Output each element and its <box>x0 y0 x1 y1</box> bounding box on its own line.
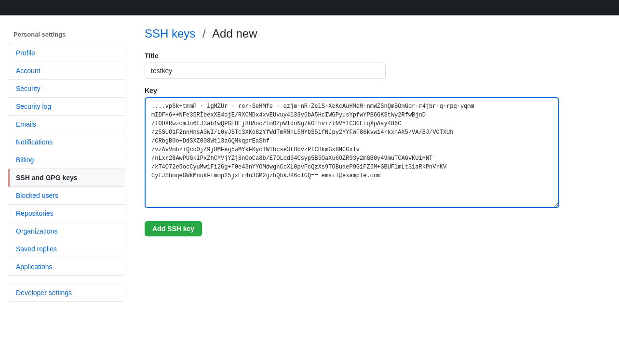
add-ssh-key-button[interactable]: Add SSH key <box>145 221 202 236</box>
breadcrumb-current: Add new <box>212 27 257 40</box>
page-wrapper: Personal settings Profile Account Securi… <box>0 15 619 364</box>
title-input[interactable] <box>145 63 386 79</box>
sidebar-link-emails[interactable]: Emails <box>8 116 125 133</box>
title-label: Title <box>145 52 600 60</box>
sidebar-item-security-log[interactable]: Security log <box>8 98 125 116</box>
sidebar-nav: Profile Account Security Security log Em… <box>8 44 125 276</box>
sidebar-section-title: Personal settings <box>8 27 125 42</box>
sidebar-link-applications[interactable]: Applications <box>8 258 125 275</box>
sidebar-item-billing[interactable]: Billing <box>8 151 125 169</box>
breadcrumb: SSH keys / Add new <box>145 27 600 40</box>
sidebar-item-notifications[interactable]: Notifications <box>8 133 125 151</box>
sidebar-link-developer-settings[interactable]: Developer settings <box>8 284 125 301</box>
title-form-group: Title <box>145 52 600 79</box>
key-form-group: Key <box>145 87 600 209</box>
sidebar-link-billing[interactable]: Billing <box>8 151 125 169</box>
sidebar-link-ssh-gpg-keys[interactable]: SSH and GPG keys <box>8 169 125 187</box>
sidebar-item-security[interactable]: Security <box>8 80 125 98</box>
sidebar-developer-nav: Developer settings <box>8 284 125 302</box>
sidebar-link-blocked-users[interactable]: Blocked users <box>8 187 125 205</box>
main-content: SSH keys / Add new Title Key Add SSH key <box>133 27 611 352</box>
sidebar-item-blocked-users[interactable]: Blocked users <box>8 187 125 205</box>
key-textarea[interactable] <box>145 97 559 208</box>
sidebar-link-security[interactable]: Security <box>8 80 125 98</box>
sidebar-item-account[interactable]: Account <box>8 62 125 80</box>
key-label: Key <box>145 87 600 94</box>
sidebar-item-saved-replies[interactable]: Saved replies <box>8 240 125 258</box>
sidebar-link-organizations[interactable]: Organizations <box>8 222 125 240</box>
sidebar-item-organizations[interactable]: Organizations <box>8 222 125 240</box>
sidebar-item-profile[interactable]: Profile <box>8 44 125 62</box>
sidebar-link-repositories[interactable]: Repositories <box>8 205 125 222</box>
sidebar-link-account[interactable]: Account <box>8 62 125 80</box>
breadcrumb-separator: / <box>202 27 206 40</box>
sidebar: Personal settings Profile Account Securi… <box>8 27 133 352</box>
top-navigation-bar <box>0 0 619 15</box>
sidebar-item-applications[interactable]: Applications <box>8 258 125 275</box>
sidebar-item-emails[interactable]: Emails <box>8 116 125 133</box>
sidebar-item-ssh-gpg-keys[interactable]: SSH and GPG keys <box>8 169 125 187</box>
breadcrumb-link[interactable]: SSH keys <box>145 27 195 40</box>
sidebar-link-notifications[interactable]: Notifications <box>8 133 125 151</box>
sidebar-link-security-log[interactable]: Security log <box>8 98 125 116</box>
sidebar-link-profile[interactable]: Profile <box>8 44 125 62</box>
sidebar-link-saved-replies[interactable]: Saved replies <box>8 240 125 258</box>
sidebar-item-developer-settings[interactable]: Developer settings <box>8 284 125 301</box>
sidebar-item-repositories[interactable]: Repositories <box>8 205 125 222</box>
